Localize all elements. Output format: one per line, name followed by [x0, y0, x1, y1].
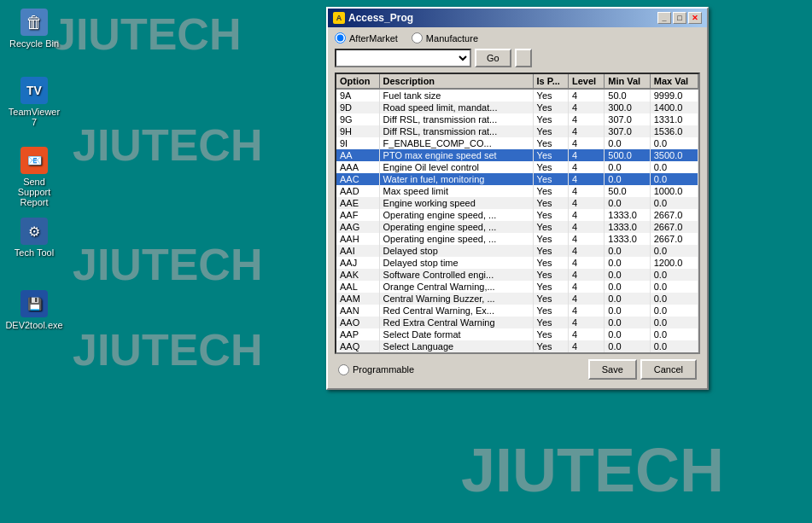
teamviewer-label: TeamViewer 7 [7, 107, 61, 127]
recycle-bin-icon: 🗑 [26, 13, 43, 32]
desktop-icon-recycle-bin[interactable]: 🗑 Recycle Bin [7, 9, 61, 49]
table-cell: 0.0 [605, 328, 650, 340]
radio-manufacture[interactable]: Manufacture [412, 32, 478, 44]
table-cell: 307.0 [605, 125, 650, 137]
table-cell: 0.0 [650, 340, 698, 352]
table-cell: 4 [568, 340, 604, 352]
table-cell: 4 [568, 137, 604, 149]
table-cell: 0.0 [650, 173, 698, 185]
table-cell: Max speed limit [379, 185, 533, 197]
table-row[interactable]: AALOrange Central Warning,...Yes40.00.0 [336, 281, 698, 293]
table-row[interactable]: AAJDelayed stop timeYes40.01200.0 [336, 257, 698, 269]
table-cell: 0.0 [605, 257, 650, 269]
radio-manufacture-input[interactable] [412, 32, 423, 44]
desktop-icon-teamviewer[interactable]: TV TeamViewer 7 [7, 77, 61, 127]
table-row[interactable]: AAORed Extra Central WarningYes40.00.0 [336, 317, 698, 328]
tech-tool-label: Tech Tool [15, 247, 54, 258]
table-cell: 1000.0 [650, 185, 698, 197]
table-row[interactable]: 9AFuel tank sizeYes450.09999.0 [336, 89, 698, 102]
table-cell: 1333.0 [605, 233, 650, 245]
table-cell: 0.0 [605, 161, 650, 173]
desktop-icon-dev2tool[interactable]: 💾 DEV2tool.exe [7, 290, 61, 330]
table-cell: AAI [336, 245, 379, 257]
table-row[interactable]: AAAEngine Oil level controlYes40.00.0 [336, 161, 698, 173]
table-row[interactable]: AADMax speed limitYes450.01000.0 [336, 185, 698, 197]
table-row[interactable]: AAEEngine working speedYes40.00.0 [336, 197, 698, 209]
desktop-icon-send-support[interactable]: 📧 Send SupportReport [7, 147, 61, 207]
table-cell: 4 [568, 89, 604, 102]
table-cell: 0.0 [650, 269, 698, 281]
col-isp: Is P... [533, 74, 568, 89]
table-row[interactable]: AANRed Central Warning, Ex...Yes40.00.0 [336, 305, 698, 317]
table-row[interactable]: 9DRoad speed limit, mandat...Yes4300.014… [336, 102, 698, 113]
minimize-button[interactable]: _ [657, 12, 671, 24]
table-row[interactable]: AACWater in fuel, monitoringYes40.00.0 [336, 173, 698, 185]
table-cell: 0.0 [650, 197, 698, 209]
table-cell: AAG [336, 221, 379, 233]
watermark-4: JIUTECH [73, 239, 262, 290]
table-cell: 0.0 [650, 161, 698, 173]
table-row[interactable]: AAIDelayed stopYes40.00.0 [336, 245, 698, 257]
table-cell: 4 [568, 328, 604, 340]
table-row[interactable]: 9GDiff RSL, transmission rat...Yes4307.0… [336, 113, 698, 125]
data-table-container[interactable]: Option Description Is P... Level Min Val… [335, 73, 700, 354]
table-cell: 4 [568, 269, 604, 281]
table-row[interactable]: 9IF_ENABLE_COMP_CO...Yes40.00.0 [336, 137, 698, 149]
table-cell: 4 [568, 245, 604, 257]
table-row[interactable]: AAGOperating engine speed, ...Yes41333.0… [336, 221, 698, 233]
table-row[interactable]: AAQSelect LanguageYes40.00.0 [336, 340, 698, 352]
table-cell: 0.0 [650, 293, 698, 305]
table-cell: 1536.0 [650, 125, 698, 137]
table-cell: 4 [568, 173, 604, 185]
table-cell: 500.0 [605, 149, 650, 161]
save-button[interactable]: Save [588, 359, 637, 380]
radio-aftermarket-input[interactable] [335, 32, 346, 44]
radio-aftermarket-label: AfterMarket [349, 33, 398, 44]
recycle-bin-label: Recycle Bin [9, 38, 59, 49]
desktop-icon-tech-tool[interactable]: ⚙ Tech Tool [7, 218, 61, 258]
table-row[interactable]: AAPTO max engine speed setYes4500.03500.… [336, 149, 698, 161]
table-cell: Software Controlled engi... [379, 269, 533, 281]
table-row[interactable]: AAFOperating engine speed, ...Yes41333.0… [336, 209, 698, 221]
table-cell: Yes [533, 221, 568, 233]
table-row[interactable]: 9HDiff RSL, transmission rat...Yes4307.0… [336, 125, 698, 137]
table-cell: Water in fuel, monitoring [379, 173, 533, 185]
go-button[interactable]: Go [475, 49, 511, 67]
col-maxval: Max Val [650, 74, 698, 89]
table-cell: Yes [533, 113, 568, 125]
table-cell: Red Central Warning, Ex... [379, 305, 533, 317]
programmable-label: Programmable [353, 364, 414, 375]
table-cell: 4 [568, 281, 604, 293]
table-row[interactable]: AAMCentral Warning Buzzer, ...Yes40.00.0 [336, 293, 698, 305]
extra-button-1[interactable] [515, 49, 532, 67]
dialog-title-left: A Access_Prog [333, 12, 413, 24]
cancel-button[interactable]: Cancel [640, 359, 697, 380]
maximize-button[interactable]: □ [673, 12, 686, 24]
table-row[interactable]: AAPSelect Date formatYes40.00.0 [336, 328, 698, 340]
table-cell: Yes [533, 305, 568, 317]
table-cell: 4 [568, 102, 604, 113]
col-minval: Min Val [605, 74, 650, 89]
table-cell: Yes [533, 340, 568, 352]
table-cell: Yes [533, 125, 568, 137]
option-dropdown[interactable] [335, 49, 471, 67]
data-table: Option Description Is P... Level Min Val… [336, 74, 698, 354]
programmable-radio[interactable] [338, 364, 349, 375]
table-cell: Central Warning Buzzer, ... [379, 293, 533, 305]
table-cell: 4 [568, 293, 604, 305]
close-button[interactable]: ✕ [688, 12, 702, 24]
table-cell: AAA [336, 161, 379, 173]
table-cell: Diff RSL, transmission rat... [379, 125, 533, 137]
table-cell: Select Date format [379, 328, 533, 340]
table-cell: Operating engine speed, ... [379, 233, 533, 245]
table-row[interactable]: AAHOperating engine speed, ...Yes41333.0… [336, 233, 698, 245]
table-row[interactable]: AAKSoftware Controlled engi...Yes40.00.0 [336, 269, 698, 281]
dialog-titlebar: A Access_Prog _ □ ✕ [328, 9, 707, 27]
table-cell: 0.0 [605, 281, 650, 293]
tech-tool-icon: ⚙ [28, 224, 40, 240]
radio-aftermarket[interactable]: AfterMarket [335, 32, 398, 44]
table-cell: AAF [336, 209, 379, 221]
table-cell: 4 [568, 149, 604, 161]
table-cell: Yes [533, 269, 568, 281]
watermark-8: JIUTECH [461, 435, 724, 505]
